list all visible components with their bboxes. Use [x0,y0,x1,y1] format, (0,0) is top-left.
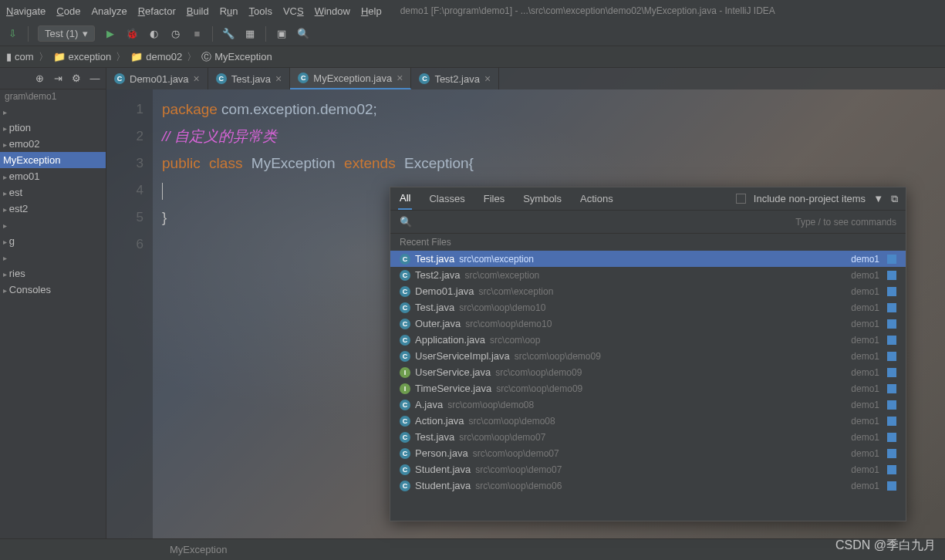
tree-item[interactable]: MyException [0,152,106,168]
pin-icon[interactable]: ⧉ [891,193,898,205]
file-type-icon: C [400,302,410,313]
menu-help[interactable]: Help [361,5,382,17]
tree-item[interactable] [0,217,106,233]
gear-icon[interactable]: ⚙ [70,73,83,85]
search-icon[interactable]: 🔍 [297,28,309,40]
editor-tab[interactable]: CTest.java× [208,68,291,89]
popup-result-item[interactable]: CStudent.java src\com\oop\demo07demo1 [390,461,906,477]
result-module: demo1 [851,448,879,459]
menu-navigate[interactable]: Navigate [6,5,46,17]
wrench-icon[interactable]: 🔧 [222,28,235,40]
sidebar-toolbar: ⊕ ⇥ ⚙ — [0,68,106,89]
close-icon[interactable]: × [397,72,403,84]
profile-icon[interactable]: ◷ [169,28,181,40]
popup-result-item[interactable]: CPerson.java src\com\oop\demo07demo1 [390,445,906,461]
tree-item[interactable]: est2 [0,201,106,217]
bc-exception[interactable]: 📁 exception [53,51,112,62]
popup-result-item[interactable]: CUserServiceImpl.java src\com\oop\demo09… [390,348,906,364]
editor-tabs: CDemo01.java×CTest.java×CMyException.jav… [106,68,945,89]
tree-item[interactable]: emo01 [0,168,106,184]
status-class: MyException [170,544,227,555]
popup-result-item[interactable]: ITimeService.java src\com\oop\demo09demo… [390,380,906,396]
build-icon[interactable]: ⇩ [6,28,19,40]
run-icon[interactable]: ▶ [104,28,116,40]
terminal-icon[interactable]: ▣ [275,28,288,40]
stop-icon[interactable]: ■ [191,28,203,40]
target-icon[interactable]: ⊕ [33,73,46,85]
popup-tab-files[interactable]: Files [482,188,506,209]
popup-result-item[interactable]: CTest.java src\com\exceptiondemo1 [390,251,906,267]
class-icon: C [419,73,430,84]
debug-icon[interactable]: 🐞 [126,28,138,40]
file-type-icon: C [400,270,410,281]
menu-window[interactable]: Window [315,5,350,17]
filter-icon[interactable]: ▼ [873,193,883,204]
bc-demo02[interactable]: 📁 demo02 [130,51,182,62]
tree-item[interactable] [0,249,106,265]
menu-code[interactable]: Code [56,5,80,17]
result-filename: Test.java [415,431,454,443]
result-path: src\com\oop\demo06 [475,481,562,491]
collapse-icon[interactable]: ⇥ [52,73,64,85]
menu-analyze[interactable]: Analyze [91,5,127,17]
popup-tab-all[interactable]: All [398,187,412,210]
tree-item[interactable]: Consoles [0,282,106,298]
result-path: src\com\oop\demo07 [459,432,545,443]
structure-icon[interactable]: ▦ [244,28,256,40]
bc-com[interactable]: ▮ com [6,51,34,62]
main-menu: Navigate Code Analyze Refactor Build Run… [6,5,382,17]
hide-icon[interactable]: — [89,73,101,85]
result-filename: Test2.java [415,269,461,281]
popup-search-input[interactable] [420,216,788,228]
popup-result-item[interactable]: CStudent.java src\com\oop\demo06demo1 [390,477,906,494]
result-filename: Application.java [415,334,485,346]
popup-result-item[interactable]: CTest.java src\com\oop\demo10demo1 [390,299,906,315]
result-filename: Action.java [415,415,464,427]
line-gutter: 123456 [106,89,153,538]
popup-result-item[interactable]: CTest.java src\com\oop\demo07demo1 [390,429,906,445]
tree-item[interactable]: emo02 [0,136,106,152]
result-path: src\com\oop\demo07 [475,464,562,475]
menu-run[interactable]: Run [220,5,238,17]
editor-tab[interactable]: CMyException.java× [290,68,411,89]
close-icon[interactable]: × [275,73,282,85]
menu-vcs[interactable]: VCS [283,5,304,17]
tree-item[interactable]: ries [0,265,106,282]
popup-result-item[interactable]: CApplication.java src\com\oopdemo1 [390,332,906,348]
dropdown-icon: ▾ [83,28,88,39]
module-icon [887,255,896,264]
module-icon [887,384,896,393]
editor-tab[interactable]: CDemo01.java× [106,68,208,89]
bc-class[interactable]: Ⓒ MyException [201,50,272,64]
close-icon[interactable]: × [194,73,200,85]
tree-item[interactable]: est [0,184,106,201]
popup-result-item[interactable]: COuter.java src\com\oop\demo10demo1 [390,315,906,332]
close-icon[interactable]: × [484,73,491,85]
popup-result-item[interactable]: CTest2.java src\com\exceptiondemo1 [390,267,906,283]
watermark: CSDN @季白九月 [835,538,936,554]
menu-tools[interactable]: Tools [249,5,272,17]
tree-item[interactable]: g [0,233,106,249]
popup-tab-classes[interactable]: Classes [427,188,466,209]
file-type-icon: I [400,367,410,378]
popup-result-item[interactable]: CA.java src\com\oop\demo08demo1 [390,396,906,413]
class-icon: C [298,73,309,83]
run-config-select[interactable]: Test (1) ▾ [38,25,95,42]
menu-build[interactable]: Build [187,5,209,17]
menu-refactor[interactable]: Refactor [138,5,176,17]
nonproject-checkbox[interactable] [736,194,746,204]
popup-result-item[interactable]: CAction.java src\com\oop\demo08demo1 [390,413,906,429]
popup-result-item[interactable]: CDemo01.java src\com\exceptiondemo1 [390,283,906,299]
popup-tab-symbols[interactable]: Symbols [521,188,563,209]
popup-result-item[interactable]: IUserService.java src\com\oop\demo09demo… [390,364,906,380]
popup-tab-actions[interactable]: Actions [579,188,615,209]
titlebar: Navigate Code Analyze Refactor Build Run… [0,0,945,22]
result-module: demo1 [851,464,879,475]
file-type-icon: C [400,351,410,362]
editor-tab[interactable]: CTest2.java× [411,68,499,89]
coverage-icon[interactable]: ◐ [147,28,160,40]
tree-item[interactable]: ption [0,120,106,136]
file-type-icon: C [400,464,410,475]
project-tree[interactable]: ptionemo02MyExceptionemo01estest2griesCo… [0,103,106,298]
tree-item[interactable] [0,103,106,120]
